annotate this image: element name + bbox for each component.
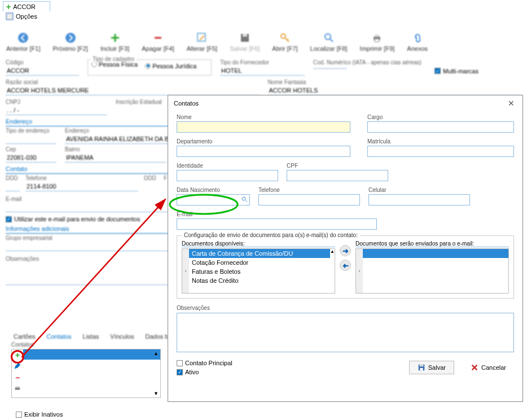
svg-point-8 [325,34,331,40]
search-icon [323,32,335,43]
cargo-label: Cargo [367,114,514,120]
doc-item[interactable]: Notas de Crédito [189,276,330,285]
close-icon[interactable]: ✕ [508,99,517,108]
toolbar-localizar[interactable]: Localizar [F8] [307,31,351,53]
matricula-input[interactable] [367,146,514,157]
dlg-email-input[interactable] [177,218,377,230]
identidade-input[interactable] [177,170,278,181]
svg-rect-4 [197,33,205,41]
save-icon [418,364,425,371]
doc-item[interactable]: Faturas e Boletos [189,267,330,276]
tab-contatos[interactable]: Contatos [45,332,74,341]
available-docs-list[interactable]: Carta de Cobrança de Comissão/DU Cotação… [189,249,330,293]
data-nascimento-input[interactable] [177,194,250,205]
contact-selected-row[interactable] [23,349,160,360]
scroll-up-icon[interactable]: ▲ [153,351,159,356]
tab-cartoes[interactable]: Cartões [11,332,38,341]
nome-input[interactable] [177,121,350,133]
dlg-telefone-label: Telefone [258,187,360,193]
move-left-button[interactable]: ➜ [340,260,351,271]
checkbox-label: Exibir Inativos [24,411,63,418]
tipo-endereco-value [6,134,56,144]
tipo-fornecedor-value: HOTEL [220,66,305,76]
tab-vinculos[interactable]: Vínculos [108,332,136,341]
toolbar-salvar: Salvar [F6] [226,31,263,53]
toolbar-proximo[interactable]: Próximo [F2] [50,31,91,53]
toolbar-imprimir[interactable]: Imprimir [F9] [357,31,398,53]
toolbar-apagar[interactable]: Apagar [F4] [138,31,177,53]
add-contact-button[interactable]: + [13,351,22,360]
dlg-observacoes-input[interactable] [177,313,514,352]
key-icon [279,32,291,43]
doc-item-empty[interactable] [363,249,508,258]
ativo-checkbox[interactable]: Ativo [177,369,232,375]
tab-listas[interactable]: Listas [81,332,102,341]
contato-principal-checkbox[interactable]: Contato Principal [177,360,232,366]
doc-item[interactable]: Carta de Cobrança de Comissão/DU [189,249,330,258]
matricula-label: Matrícula [367,138,514,145]
chevron-right-icon[interactable]: › [356,249,363,293]
plus-icon: + [6,2,11,11]
cep-value: 22081-030 [6,153,56,163]
cod-numerico-label: Cod. Numérico (IATA - apenas cias aéreas… [313,59,426,65]
toolbar-label: Anterior [F1] [6,45,41,52]
tipo-endereco-label: Tipo de endereço [6,128,56,134]
checkbox-label: Contato Principal [185,360,232,366]
toolbar-label: Abrir [F7] [272,45,297,52]
cancelar-button[interactable]: Cancelar [463,361,514,374]
chevron-right-icon[interactable]: › [182,249,189,293]
toolbar-label: Alterar [F5] [187,45,217,52]
toolbar-abrir[interactable]: Abrir [F7] [269,31,301,53]
salvar-button[interactable]: Salvar [409,361,454,374]
send-docs-title: Documentos que serão enviados para o e-m… [355,240,509,247]
radio-pessoa-juridica[interactable]: Pessoa Jurídica [145,63,196,69]
celular-label: Celular [368,187,470,193]
forward-icon [65,32,76,43]
options-label: Opções [16,13,37,20]
ddd-fax-label: DDD [144,175,158,181]
nome-fantasia-value: ACCOR HOTELS [268,86,522,95]
options-menu[interactable]: Opções [3,11,40,21]
cnpj-value: . . / - [6,106,107,115]
edit-contact-button[interactable] [13,362,22,371]
toolbar-label: Localizar [F8] [310,45,348,52]
doc-item[interactable]: Cotação Fornecedor [189,258,330,267]
search-icon[interactable] [241,196,248,204]
departamento-input[interactable] [177,146,350,157]
send-docs-list[interactable] [363,249,508,293]
bairro-label: Bairro [65,146,166,152]
move-right-button[interactable]: ➜ [340,245,351,256]
cpf-input[interactable] [287,170,388,181]
exibir-inativos-checkbox[interactable]: Exibir Inativos [16,411,63,418]
toolbar-label: Imprimir [F9] [360,45,395,52]
tipo-fornecedor-label: Tipo do Fornecedor [220,59,305,65]
scrollbar[interactable]: ▲ [330,249,335,293]
identidade-label: Identidade [177,163,278,169]
cpf-label: CPF [287,163,388,169]
delete-contact-button[interactable]: − [13,373,22,382]
celular-input[interactable] [368,194,470,205]
cargo-input[interactable] [367,121,514,133]
nome-label: Nome [177,114,350,120]
window-tab[interactable]: + ACCOR [3,1,50,11]
cancel-icon [471,364,478,371]
toolbar-anterior[interactable]: Anterior [F1] [3,31,44,53]
dlg-telefone-input[interactable] [258,194,360,205]
attachment-icon [412,32,423,43]
scroll-down-icon[interactable]: ▼ [153,391,159,396]
window-tab-title: ACCOR [13,3,36,10]
toolbar-alterar[interactable]: Alterar [F5] [183,31,221,53]
print-contact-button[interactable] [13,384,22,393]
contacts-list-title: Contatos [11,342,161,348]
contacts-list[interactable]: ▲ ▼ [23,349,160,397]
telefone-value: 2114-8100 [25,182,138,191]
dlg-observacoes-label: Observações [177,305,210,311]
multi-marcas-checkbox[interactable]: Multi-marcas [434,66,478,76]
radio-label: Pessoa Jurídica [152,63,196,69]
svg-rect-12 [15,387,20,390]
edit-icon [196,32,208,43]
toolbar-incluir[interactable]: Incluir [F3] [97,31,133,53]
toolbar-anexos[interactable]: Anexos [403,31,431,53]
print-icon [371,32,383,43]
utilizar-email-checkbox[interactable]: Utilizar este e-mail para envio de docum… [6,216,140,222]
